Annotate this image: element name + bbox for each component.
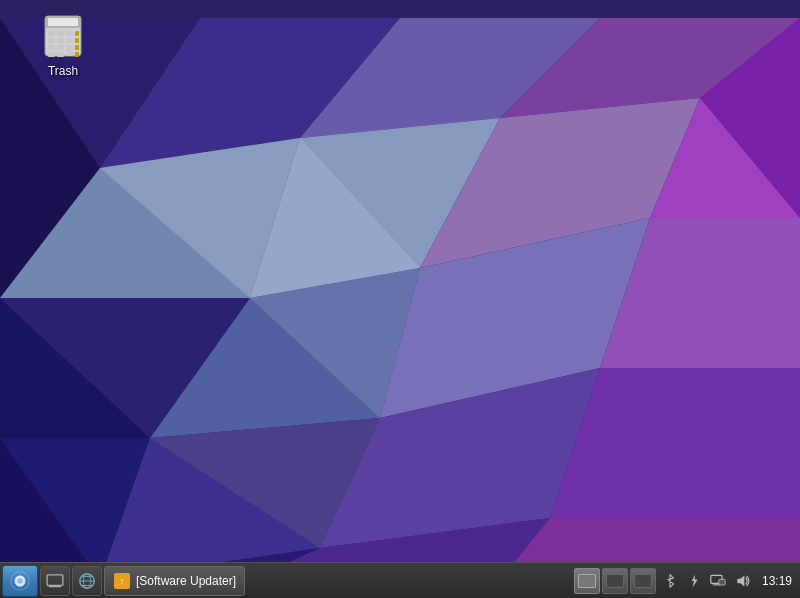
svg-rect-33 (57, 31, 64, 36)
network-connection-icon (710, 574, 726, 588)
svg-rect-36 (48, 38, 55, 43)
network-button[interactable] (72, 566, 102, 596)
workspace-1-preview (578, 574, 596, 588)
trash-icon (39, 12, 87, 60)
svg-rect-34 (66, 31, 73, 36)
system-clock[interactable]: 13:19 (756, 574, 798, 588)
svg-rect-41 (57, 45, 64, 50)
volume-tray-icon[interactable] (732, 568, 752, 594)
svg-rect-44 (48, 52, 55, 57)
trash-icon-container[interactable]: Trash (28, 8, 98, 82)
workspace-3-button[interactable] (630, 568, 656, 594)
svg-rect-50 (47, 574, 63, 585)
show-desktop-icon (46, 574, 64, 588)
svg-rect-37 (57, 38, 64, 43)
desktop-background (0, 0, 800, 598)
start-icon (9, 570, 31, 592)
svg-rect-46 (75, 52, 79, 57)
svg-text:↑: ↑ (120, 576, 125, 587)
workspace-2-button[interactable] (602, 568, 628, 594)
svg-rect-51 (49, 585, 61, 587)
network-tray-icon[interactable] (708, 568, 728, 594)
network-icon (78, 572, 96, 590)
svg-rect-42 (66, 45, 73, 56)
software-updater-icon: ↑ (113, 572, 131, 590)
software-updater-task[interactable]: ↑ [Software Updater] (104, 566, 245, 596)
svg-rect-38 (66, 38, 73, 43)
bluetooth-icon (665, 573, 675, 589)
show-desktop-button[interactable] (40, 566, 70, 596)
power-icon (689, 573, 699, 589)
workspace-3-preview (634, 574, 652, 588)
desktop: Trash (0, 0, 800, 598)
svg-rect-60 (714, 583, 719, 584)
svg-rect-45 (57, 52, 64, 57)
svg-rect-31 (48, 18, 78, 26)
taskbar: ↑ [Software Updater] (0, 562, 800, 598)
software-updater-label: [Software Updater] (136, 574, 236, 588)
system-tray (660, 568, 752, 594)
power-tray-icon[interactable] (684, 568, 704, 594)
svg-rect-32 (48, 31, 55, 36)
svg-rect-62 (719, 579, 725, 585)
trash-label: Trash (48, 64, 78, 78)
window-switcher (574, 568, 656, 594)
volume-icon (734, 574, 750, 588)
start-button[interactable] (2, 565, 38, 597)
svg-rect-39 (75, 38, 79, 43)
workspace-2-preview (606, 574, 624, 588)
svg-rect-35 (75, 31, 79, 36)
bluetooth-tray-icon[interactable] (660, 568, 680, 594)
svg-rect-40 (48, 45, 55, 50)
svg-rect-43 (75, 45, 79, 50)
workspace-1-button[interactable] (574, 568, 600, 594)
